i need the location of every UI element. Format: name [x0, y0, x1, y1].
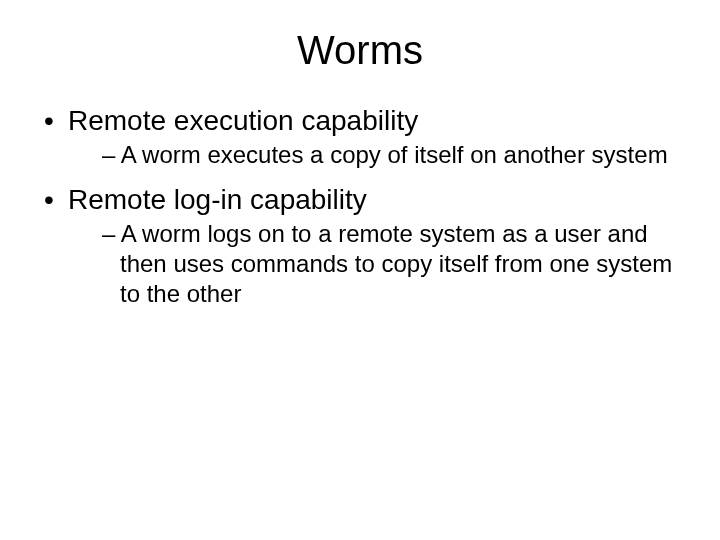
- bullet-text: Remote execution capability: [68, 105, 418, 136]
- slide-title: Worms: [40, 28, 680, 73]
- list-item: – A worm executes a copy of itself on an…: [68, 140, 680, 170]
- bullet-text: Remote log-in capability: [68, 184, 367, 215]
- dash-icon: –: [102, 141, 121, 168]
- sub-list: – A worm executes a copy of itself on an…: [68, 140, 680, 170]
- list-item: – A worm logs on to a remote system as a…: [68, 219, 680, 309]
- slide: Worms Remote execution capability – A wo…: [0, 0, 720, 540]
- sub-list: – A worm logs on to a remote system as a…: [68, 219, 680, 309]
- bullet-list: Remote execution capability – A worm exe…: [40, 103, 680, 309]
- dash-icon: –: [102, 220, 121, 247]
- sub-bullet-text: A worm executes a copy of itself on anot…: [121, 141, 668, 168]
- list-item: Remote execution capability – A worm exe…: [40, 103, 680, 170]
- sub-bullet-text: A worm logs on to a remote system as a u…: [120, 220, 672, 307]
- list-item: Remote log-in capability – A worm logs o…: [40, 182, 680, 309]
